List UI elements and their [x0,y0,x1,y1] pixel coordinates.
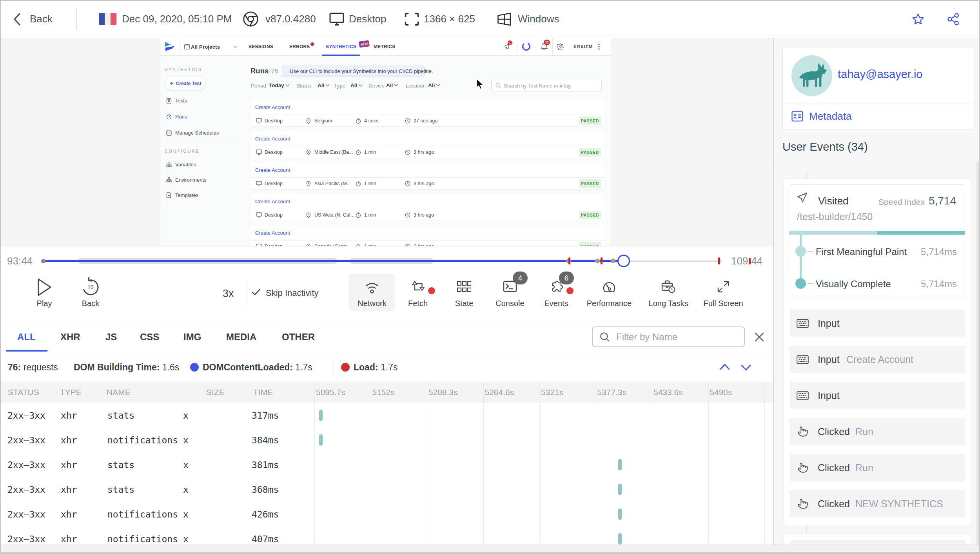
jump-up-icon[interactable] [719,363,730,371]
replay-tab-synthetics[interactable]: SYNTHETICSNEW [326,38,356,56]
bottom-scrollbar[interactable] [1,552,979,554]
resolution-info: 1366 × 625 [405,1,475,37]
run-row[interactable]: DesktopMiddle East (Ba...1 min3 hrs agoP… [251,146,605,158]
monitor-icon [256,212,262,218]
filter-value-location[interactable]: All [428,82,440,88]
network-tab-css[interactable]: CSS [140,321,159,352]
filter-value-device[interactable]: All [386,82,398,88]
search-icon [495,83,501,88]
run-row[interactable]: DesktopCanada (Centr...1 min3 hrs agoPAS… [251,241,605,246]
network-request-row[interactable]: 2xx–3xxxhrnotificationsx384ms [1,428,773,452]
replay-tab-sessions[interactable]: SESSIONS [249,38,273,56]
notifications-button[interactable]: 33 [541,42,548,52]
sidebar-item-label: Variables [175,162,196,168]
user-email[interactable]: tahay@asayer.io [838,68,922,81]
timer-icon [356,181,361,186]
sidebar-item-tests[interactable]: Tests [166,97,187,104]
network-tab-media[interactable]: MEDIA [226,321,256,352]
sidebar-item-runs[interactable]: Runs [166,113,187,120]
run-time-ago-label: 3 hrs ago [414,244,434,246]
replay-tab-errors[interactable]: ERRORS [289,38,310,56]
keyboard-icon [797,319,809,328]
network-tab-js[interactable]: JS [105,321,117,352]
run-row[interactable]: DesktopAsia Pacific (M...1 min3 hrs agoP… [251,178,605,190]
user-event-input-row[interactable]: Input [790,310,965,337]
jump-down-icon[interactable] [740,364,751,372]
network-request-row[interactable]: 2xx–3xxxhrstatsx317ms [1,403,773,428]
network-request-row[interactable]: 2xx–3xxxhrstatsx368ms [1,477,773,502]
user-event-input-row[interactable]: Input [790,382,965,409]
announcements-icon[interactable]: 1 [504,43,512,52]
filter-value-period[interactable]: Today [269,82,290,88]
settings-gear-icon[interactable] [557,43,564,50]
test-search-box[interactable]: Search by Test Name or #Tag [491,80,602,91]
user-event-clicked-row[interactable]: ClickedRun [790,418,965,445]
browser-info: v87.0.4280 [243,1,316,37]
request-time: 426ms [252,509,279,519]
timeline-playhead[interactable] [617,255,630,267]
filter-value-type[interactable]: All [350,82,363,88]
network-tab-other[interactable]: OTHER [282,321,315,352]
back-button[interactable]: Back [13,1,53,37]
run-group-link[interactable]: Create Account [255,131,290,146]
sidebar-item-label: Environments [175,177,206,183]
replay-tab-metrics[interactable]: METRICS [374,38,395,56]
load-dot [341,363,350,372]
run-group-link[interactable]: Create Account [255,226,290,240]
events-scrollbar[interactable] [976,162,979,552]
sidebar-item-variables[interactable]: Variables [166,160,196,168]
timeline-remaining[interactable] [623,261,722,262]
user-event-input-row[interactable]: InputCreate Account [790,346,965,373]
network-filter-input[interactable]: Filter by Name [592,326,745,347]
share-icon [946,12,960,26]
bottom-scrollbar-track[interactable] [1,545,979,552]
run-group-link[interactable]: Create Account [255,100,290,115]
sidebar-item-manage-schedules[interactable]: Manage Schedules [166,129,219,137]
run-time-ago-label: 3 hrs ago [414,149,434,155]
click-hand-icon [797,426,808,437]
create-test-button[interactable]: +Create Test [165,77,205,90]
run-duration-label: 1 min [364,244,376,246]
cli-link[interactable]: CLI [309,68,317,74]
run-row[interactable]: DesktopUS West (N. Cal...1 min3 hrs agoP… [251,209,605,221]
dcl-label: DOMContentLoaded: [203,362,293,373]
network-tab-img[interactable]: IMG [183,321,201,352]
event-label: Clicked [818,426,850,437]
network-tab-xhr[interactable]: XHR [60,321,80,352]
share-button[interactable] [946,1,960,37]
monitor-icon [256,118,262,124]
user-event-clicked-row[interactable]: ClickedNEW SYNTHETICS [790,490,965,518]
timeline-end-time: 10944 [731,255,762,267]
run-group-link[interactable]: Create Account [255,194,290,209]
events-divider [774,162,979,162]
sidebar-item-environments[interactable]: Environments [166,176,206,184]
dcl-value: 1.7s [293,362,312,373]
visited-event-card[interactable]: Visited Speed Index 5,714 /test-builder/… [789,184,964,297]
sidebar-divider [165,142,240,142]
timeline-progress[interactable] [42,260,623,262]
network-request-row[interactable]: 2xx–3xxxhrstatsx381ms [1,452,773,477]
filter-label-device: Device [368,83,385,89]
sidebar-item-templates[interactable]: Templates [166,191,198,199]
favorite-button[interactable] [911,1,925,37]
filter-value-status[interactable]: All [318,82,330,88]
kebab-menu-icon[interactable] [598,44,600,50]
speed-button[interactable]: 3x [223,288,234,300]
request-status: 2xx–3xx [7,435,45,445]
user-menu[interactable]: KRAIEM [573,38,593,56]
run-row[interactable]: DesktopBelgium4 secs27 sec agoPASSED [251,115,605,127]
summary-divider [183,357,183,377]
network-tab-all[interactable]: ALL [17,321,36,352]
cli-note-text-post: to include your Synthetics into your CI/… [317,68,433,74]
run-device-label: Desktop [265,244,283,246]
new-badge: NEW [359,40,370,47]
run-group-link[interactable]: Create Account [255,163,290,177]
request-status: 2xx–3xx [7,534,45,544]
metadata-button[interactable]: Metadata [791,110,851,122]
user-event-clicked-row[interactable]: ClickedRun [790,454,965,481]
close-panel-icon[interactable] [754,332,764,342]
run-time-ago-label: 27 sec ago [414,118,437,124]
project-selector[interactable]: All Projects [191,38,220,56]
network-request-row[interactable]: 2xx–3xxxhrnotificationsx426ms [1,502,773,527]
asayer-logo [165,41,176,52]
